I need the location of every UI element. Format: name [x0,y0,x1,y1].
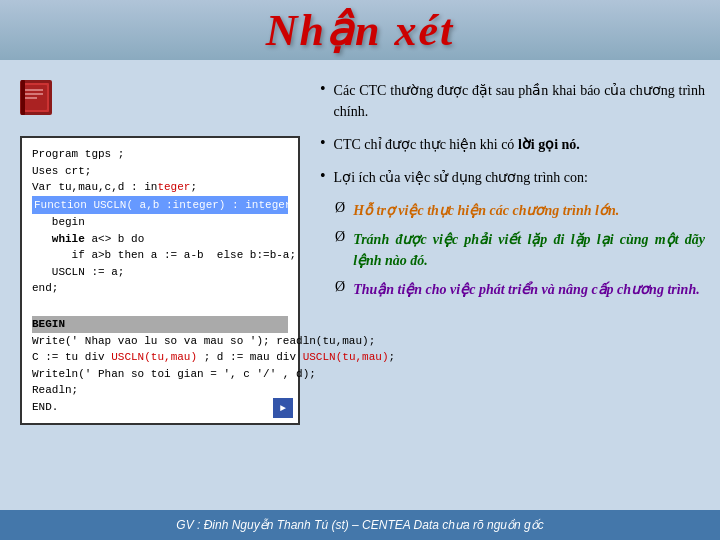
footer-text: GV : Đinh Nguyễn Thanh Tú (st) – CENTEA … [176,518,543,532]
code-line-1: Program tgps ; [32,146,288,163]
sub-bullet-sym-3: Ø [335,279,345,295]
bullet-1: • Các CTC thường được đặt sau phần khai … [320,80,705,122]
sub-bullet-sym-2: Ø [335,229,345,245]
nav-button[interactable]: ► [273,398,293,418]
bullet-dot-1: • [320,80,326,98]
sub-bullet-3: Ø Thuận tiện cho việc phát triển và nâng… [325,279,705,300]
code-line-3: Var tu,mau,c,d : integer; [32,179,288,196]
bullet-text-1: Các CTC thường được đặt sau phần khai bá… [334,80,705,122]
sub-bullet-sym-1: Ø [335,200,345,216]
sub-bullet-text-1: Hỗ trợ việc thực hiện các chương trình l… [353,200,619,221]
left-panel: Program tgps ; Uses crt; Var tu,mau,c,d … [15,70,305,500]
code-line-write1: Write(' Nhap vao lu so va mau so '); rea… [32,333,288,350]
page-title: Nhận xét [266,4,454,56]
bullet-2: • CTC chỉ được thực hiện khi có lời gọi … [320,134,705,155]
sub-bullet-text-3: Thuận tiện cho việc phát triển và nâng c… [353,279,700,300]
sub-bullets-group: Ø Hỗ trợ việc thực hiện các chương trình… [320,200,705,300]
code-line-2: Uses crt; [32,163,288,180]
svg-rect-3 [21,80,25,115]
code-line-uscln-assign: USCLN := a; [32,264,288,281]
code-line-endperiod: END. [32,399,288,416]
bullet-text-3: Lợi ích của việc sử dụng chương trình co… [334,167,588,188]
code-line-function: Function USCLN( a,b :integer) : integer; [32,196,288,215]
sub-bullet-1: Ø Hỗ trợ việc thực hiện các chương trình… [325,200,705,221]
header: Nhận xét [0,0,720,60]
right-panel: • Các CTC thường được đặt sau phần khai … [320,70,705,500]
code-line-end: end; [32,280,288,297]
code-line-if: if a>b then a := a-b else b:=b-a; [32,247,288,264]
code-line-writeln: Writeln(' Phan so toi gian = ', c '/' , … [32,366,288,383]
footer: GV : Đinh Nguyễn Thanh Tú (st) – CENTEA … [0,510,720,540]
code-line-while: while a<> b do [32,231,288,248]
code-line-BEGIN: BEGIN [32,316,288,333]
code-box: Program tgps ; Uses crt; Var tu,mau,c,d … [20,136,300,425]
code-line-c: C := tu div USCLN(tu,mau) ; d := mau div… [32,349,288,366]
sub-bullet-text-2: Tránh được việc phải viết lặp đi lặp lại… [353,229,705,271]
sub-bullet-2: Ø Tránh được việc phải viết lặp đi lặp l… [325,229,705,271]
bullet-text-2: CTC chỉ được thực hiện khi có lời gọi nó… [334,134,580,155]
main-content: Program tgps ; Uses crt; Var tu,mau,c,d … [0,60,720,510]
bullet-dot-2: • [320,134,326,152]
bullet-dot-3: • [320,167,326,185]
code-line-readln: Readln; [32,382,288,399]
code-line-begin: begin [32,214,288,231]
bullet-3: • Lợi ích của việc sử dụng chương trình … [320,167,705,188]
book-icon [15,75,60,124]
